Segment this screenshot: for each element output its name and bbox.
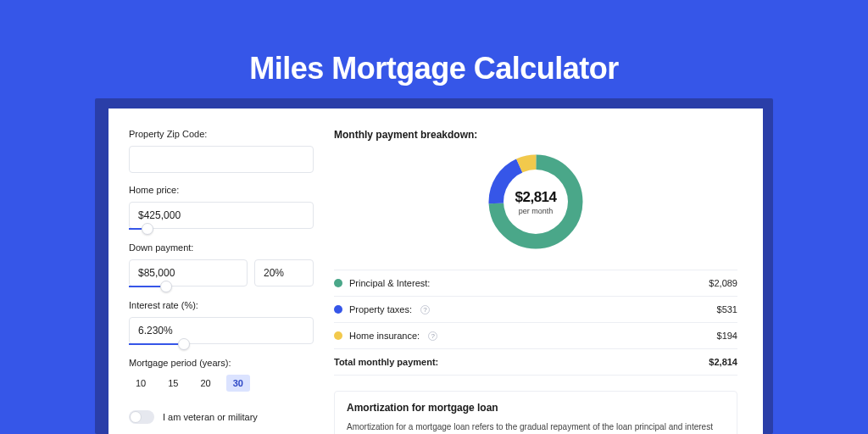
legend-value: $2,089	[709, 278, 737, 288]
period-group: 10152030	[129, 375, 314, 392]
period-label: Mortgage period (years):	[129, 358, 314, 368]
rate-label: Interest rate (%):	[129, 300, 314, 310]
donut-center-sub: per month	[519, 207, 554, 215]
page-title: Miles Mortgage Calculator	[0, 51, 868, 86]
legend-value: $531	[717, 304, 737, 314]
veteran-toggle[interactable]	[129, 410, 154, 424]
period-option-30[interactable]: 30	[226, 375, 250, 392]
help-icon[interactable]: ?	[420, 305, 430, 314]
legend-row: Property taxes:?$531	[334, 297, 737, 323]
zip-label: Property Zip Code:	[129, 129, 314, 139]
legend-swatch	[334, 305, 342, 314]
period-option-10[interactable]: 10	[129, 375, 153, 392]
amortization-card: Amortization for mortgage loan Amortizat…	[334, 391, 737, 434]
breakdown-legend: Principal & Interest:$2,089Property taxe…	[334, 270, 737, 376]
legend-label: Principal & Interest:	[349, 278, 430, 288]
legend-total-value: $2,814	[709, 357, 737, 367]
down-payment-input[interactable]	[129, 259, 248, 287]
down-payment-pct-input[interactable]	[254, 259, 314, 287]
legend-total-row: Total monthly payment:$2,814	[334, 349, 737, 376]
legend-label: Property taxes:	[349, 304, 412, 314]
veteran-label: I am veteran or military	[163, 412, 258, 422]
legend-row: Home insurance:?$194	[334, 323, 737, 349]
legend-swatch	[334, 331, 342, 340]
legend-swatch	[334, 279, 342, 287]
legend-label: Home insurance:	[349, 331, 420, 341]
rate-slider[interactable]	[129, 342, 314, 349]
period-option-20[interactable]: 20	[194, 375, 218, 392]
down-payment-label: Down payment:	[129, 242, 314, 253]
period-option-15[interactable]: 15	[161, 375, 185, 392]
zip-input[interactable]	[129, 146, 314, 173]
donut-center-amount: $2,814	[515, 189, 557, 206]
down-payment-slider[interactable]	[129, 285, 314, 292]
home-price-slider[interactable]	[129, 227, 314, 234]
legend-value: $194	[717, 331, 737, 341]
legend-total-label: Total monthly payment:	[334, 357, 438, 367]
amortization-text: Amortization for a mortgage loan refers …	[347, 420, 725, 434]
amortization-heading: Amortization for mortgage loan	[347, 402, 725, 414]
home-price-label: Home price:	[129, 185, 314, 195]
breakdown-heading: Monthly payment breakdown:	[334, 129, 737, 141]
calculator-panel: Property Zip Code: Home price: Down paym…	[108, 108, 763, 434]
legend-row: Principal & Interest:$2,089	[334, 270, 737, 297]
form-column: Property Zip Code: Home price: Down paym…	[108, 108, 334, 434]
home-price-input[interactable]	[129, 202, 314, 229]
help-icon[interactable]: ?	[428, 331, 437, 341]
breakdown-column: Monthly payment breakdown: $2,814 per mo…	[334, 108, 763, 434]
breakdown-donut-chart: $2,814 per month	[485, 151, 587, 253]
rate-input[interactable]	[129, 317, 314, 344]
